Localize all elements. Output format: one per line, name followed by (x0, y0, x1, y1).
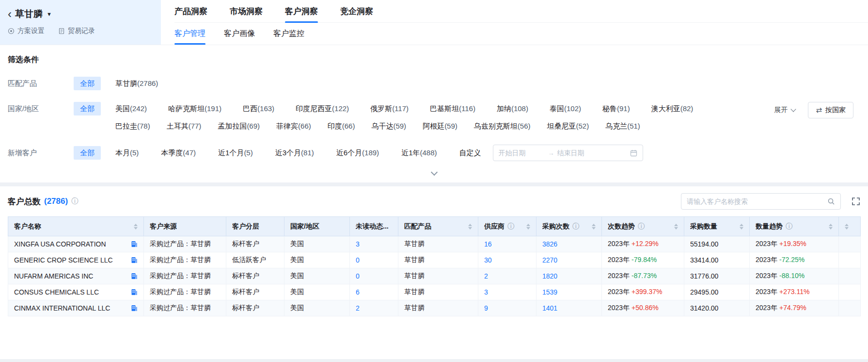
period-option[interactable]: 近6个月(189) (336, 146, 379, 160)
country-option[interactable]: 澳大利亚(82) (651, 102, 694, 115)
sort-icon[interactable] (468, 224, 472, 230)
country-option[interactable]: 乌克兰(51) (605, 119, 640, 133)
customer-name[interactable]: CINMAX INTERNATIONAL LLC (14, 304, 127, 312)
unread-count-link[interactable]: 2 (356, 304, 360, 312)
period-option[interactable]: 近3个月(81) (275, 146, 314, 160)
country-option[interactable]: 菲律宾(66) (276, 119, 311, 133)
company-report-icon[interactable] (131, 305, 138, 312)
period-option[interactable]: 本季度(47) (161, 146, 196, 160)
purchase-count-link[interactable]: 3826 (542, 240, 557, 248)
customer-name[interactable]: GENERIC CROP SCIENCE LLC (14, 256, 127, 264)
country-option[interactable]: 秘鲁(91) (602, 102, 630, 115)
country-option[interactable]: 俄罗斯(117) (370, 102, 409, 115)
info-icon[interactable]: ⓘ (786, 222, 792, 231)
country-option[interactable]: 哈萨克斯坦(191) (168, 102, 221, 115)
main-tab[interactable]: 产品洞察 (174, 0, 207, 22)
period-option[interactable]: 近1个月(5) (218, 146, 253, 160)
unread-count-link[interactable]: 6 (356, 288, 360, 296)
trade-records-link[interactable]: 贸易记录 (58, 27, 95, 35)
purchase-count-link[interactable]: 1539 (542, 288, 557, 296)
country-option[interactable]: 坦桑尼亚(52) (547, 119, 589, 133)
sort-icon[interactable] (845, 224, 849, 230)
country-option[interactable]: 美国(242) (115, 102, 147, 115)
unread-count-link[interactable]: 3 (356, 240, 360, 248)
sub-tab[interactable]: 客户管理 (174, 23, 205, 45)
unread-count-link[interactable]: 0 (356, 256, 360, 264)
country-option[interactable]: 加纳(108) (497, 102, 528, 115)
country-option[interactable]: 泰国(102) (550, 102, 581, 115)
calendar-icon[interactable] (630, 149, 637, 157)
fullscreen-icon[interactable] (852, 197, 860, 206)
product-all-chip[interactable]: 全部 (74, 77, 101, 90)
new-customer-all-chip[interactable]: 全部 (74, 146, 101, 160)
product-dropdown-icon[interactable]: ▼ (47, 11, 52, 17)
country-all-chip[interactable]: 全部 (74, 102, 101, 115)
company-report-icon[interactable] (131, 257, 138, 263)
suppliers-count-link[interactable]: 16 (484, 240, 492, 248)
search-icon[interactable] (827, 197, 835, 205)
country-option[interactable]: 乌干达(59) (371, 119, 406, 133)
sort-icon[interactable] (526, 224, 530, 230)
purchase-count-link[interactable]: 2270 (542, 256, 557, 264)
main-tab[interactable]: 市场洞察 (230, 0, 263, 22)
customer-search-input[interactable] (687, 197, 823, 205)
purchase-count-link[interactable]: 1401 (542, 304, 557, 312)
country-option[interactable]: 阿根廷(59) (423, 119, 458, 133)
customer-search-box[interactable] (681, 193, 841, 210)
country-option[interactable]: 孟加拉国(69) (218, 119, 260, 133)
customer-name[interactable]: NUFARM AMERICAS INC (14, 272, 127, 280)
collapse-filter-chevron-icon[interactable] (430, 169, 437, 176)
cell-matched-product: 草甘膦 (398, 236, 478, 252)
plan-settings-link[interactable]: 方案设置 (8, 27, 45, 35)
custom-range-link[interactable]: 自定义 (459, 146, 481, 160)
period-option[interactable]: 本月(5) (115, 146, 139, 160)
unread-count-link[interactable]: 0 (356, 272, 360, 280)
col-country: 国家/地区 (284, 217, 350, 236)
sub-tab[interactable]: 客户画像 (224, 23, 255, 45)
customers-total: (2786) (44, 197, 68, 206)
date-range-picker[interactable]: → (493, 145, 643, 161)
info-icon[interactable]: ⓘ (71, 197, 78, 206)
start-date-input[interactable] (499, 149, 545, 157)
country-option[interactable]: 乌兹别克斯坦(56) (474, 119, 531, 133)
main-tab[interactable]: 竞企洞察 (340, 0, 373, 22)
company-report-icon[interactable] (131, 273, 138, 280)
trend-year: 2023年 (756, 256, 777, 263)
info-icon[interactable]: ⓘ (507, 222, 514, 231)
product-option[interactable]: 草甘膦(2786) (115, 77, 158, 90)
end-date-input[interactable] (557, 149, 604, 157)
cell-customer-name: CONSUS CHEMICALS LLC (8, 284, 144, 300)
by-country-button[interactable]: ⇄ 按国家 (808, 102, 853, 118)
country-option[interactable]: 巴拉圭(78) (115, 119, 150, 133)
expand-countries-link[interactable]: 展开 (774, 106, 795, 115)
sort-icon[interactable] (592, 224, 596, 230)
country-option[interactable]: 印度(66) (328, 119, 355, 133)
country-option[interactable]: 土耳其(77) (167, 119, 202, 133)
company-report-icon[interactable] (131, 289, 138, 296)
sub-tab[interactable]: 客户监控 (273, 23, 304, 45)
cell-customer-name: NUFARM AMERICAS INC (8, 268, 144, 284)
purchase-count-link[interactable]: 1820 (542, 272, 557, 280)
suppliers-count-link[interactable]: 9 (484, 304, 488, 312)
sort-icon[interactable] (134, 224, 138, 230)
product-title[interactable]: 草甘膦 (15, 8, 43, 20)
sort-icon[interactable] (674, 224, 678, 230)
main-tab[interactable]: 客户洞察 (285, 0, 318, 22)
trend-percent: +50.86% (631, 304, 659, 312)
company-report-icon[interactable] (131, 241, 138, 247)
sort-icon[interactable] (829, 224, 833, 230)
customer-name[interactable]: XINGFA USA CORPORATION (14, 240, 127, 248)
country-option[interactable]: 印度尼西亚(122) (296, 102, 349, 115)
period-option[interactable]: 近1年(488) (401, 146, 437, 160)
suppliers-count-link[interactable]: 3 (484, 288, 488, 296)
customer-name[interactable]: CONSUS CHEMICALS LLC (14, 288, 127, 296)
country-option[interactable]: 巴基斯坦(116) (430, 102, 475, 115)
info-icon[interactable]: ⓘ (572, 222, 579, 231)
country-option[interactable]: 巴西(163) (243, 102, 274, 115)
cell-suppliers: 9 (478, 300, 537, 316)
sort-icon[interactable] (740, 224, 743, 230)
suppliers-count-link[interactable]: 30 (484, 256, 492, 264)
suppliers-count-link[interactable]: 2 (484, 272, 488, 280)
back-icon[interactable]: ‹ (8, 9, 12, 19)
info-icon[interactable]: ⓘ (638, 222, 645, 231)
